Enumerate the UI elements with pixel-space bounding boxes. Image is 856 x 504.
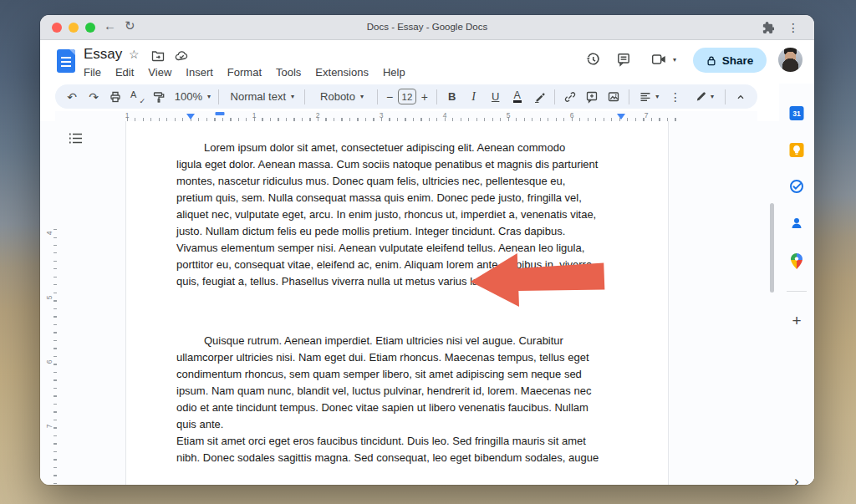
undo-icon[interactable]: ↶ <box>62 87 82 107</box>
browser-menu-kebab-icon[interactable]: ⋮ <box>787 21 799 34</box>
paint-format-icon[interactable] <box>149 87 169 107</box>
tasks-icon[interactable] <box>789 179 804 194</box>
ruler-number: 5 <box>507 111 511 120</box>
version-history-icon[interactable] <box>581 48 604 71</box>
text-line: Etiam sit amet orci eget eros faucibus t… <box>176 433 624 450</box>
pen-icon <box>695 90 707 103</box>
bold-button[interactable]: B <box>442 87 462 107</box>
ruler-number: 7 <box>45 425 54 429</box>
google-side-panel: 31 + › <box>779 84 814 485</box>
ruler-number: 7 <box>645 111 649 120</box>
menu-extensions[interactable]: Extensions <box>315 66 369 79</box>
maps-icon[interactable] <box>791 253 802 269</box>
align-select[interactable]: ▾ <box>634 87 664 107</box>
ruler-number: 5 <box>45 296 54 300</box>
move-folder-icon[interactable] <box>151 50 165 62</box>
zoom-select[interactable]: 100% ▾ <box>171 87 213 107</box>
italic-button[interactable]: I <box>464 87 484 107</box>
redo-icon[interactable]: ↷ <box>84 87 104 107</box>
docs-header: Essay ☆ File Edit View Insert Format Too… <box>40 40 814 84</box>
menu-bar: File Edit View Insert Format Tools Exten… <box>84 66 405 79</box>
text-line: Quisque rutrum. Aenean imperdiet. Etiam … <box>176 333 624 349</box>
ruler-number: 1 <box>252 111 257 120</box>
text-line: quis ante. <box>176 416 624 433</box>
document-outline-icon[interactable] <box>68 131 84 146</box>
more-options-kebab-icon[interactable]: ⋮ <box>665 87 685 107</box>
document-canvas: 4 5 6 7 8 9 Lorem ipsum dolor sit amet, … <box>40 121 814 485</box>
text-line: justo. Nullam dictum felis eu pede molli… <box>176 223 624 240</box>
text-line: ullamcorper ultricies nisi. Nam eget dui… <box>176 349 624 366</box>
red-pointer-arrow <box>470 248 607 313</box>
text-line: aliquet nec, vulputate eget, arcu. In en… <box>176 206 624 223</box>
font-size-input[interactable]: 12 <box>398 89 416 104</box>
menu-edit[interactable]: Edit <box>115 66 134 79</box>
share-button[interactable]: Share <box>693 48 767 73</box>
document-title[interactable]: Essay <box>84 46 122 63</box>
paragraph-2[interactable]: Quisque rutrum. Aenean imperdiet. Etiam … <box>176 333 624 466</box>
ruler-ticks <box>54 229 57 485</box>
text-line: pretium quis, sem. Nulla consequat massa… <box>176 190 624 206</box>
keep-icon[interactable] <box>790 143 804 157</box>
google-docs-logo-icon[interactable] <box>57 49 75 73</box>
insert-image-icon[interactable] <box>604 87 624 107</box>
editing-mode-select[interactable]: ▾ <box>689 87 720 107</box>
window-title: Docs - Essay - Google Docs <box>40 22 814 32</box>
ruler-number: 4 <box>45 232 54 236</box>
add-comment-icon[interactable] <box>582 87 602 107</box>
ruler-number: 3 <box>380 111 384 120</box>
increase-font-size-icon[interactable]: + <box>418 87 431 107</box>
contacts-icon[interactable] <box>790 216 803 230</box>
decrease-font-size-icon[interactable]: − <box>383 87 396 107</box>
first-line-indent-marker[interactable] <box>216 112 225 115</box>
browser-window: ← ↻ Docs - Essay - Google Docs ⋮ Essay ☆… <box>40 15 814 485</box>
extensions-puzzle-icon[interactable] <box>762 21 774 33</box>
text-line: ligula eget dolor. Aenean massa. Cum soc… <box>176 156 624 173</box>
text-line: montes, nascetur ridiculus mus. Donec qu… <box>176 173 624 190</box>
star-icon[interactable]: ☆ <box>129 48 140 61</box>
right-indent-marker[interactable] <box>617 114 625 120</box>
add-addon-button[interactable]: + <box>792 314 801 328</box>
ruler-number: 1 <box>125 111 130 120</box>
text-color-button[interactable]: A <box>507 87 527 107</box>
vertical-scrollbar[interactable] <box>770 203 774 293</box>
collapse-menus-chevron-icon[interactable] <box>731 87 751 107</box>
titlebar: ← ↻ Docs - Essay - Google Docs ⋮ <box>40 15 814 40</box>
text-line: nibh. Donec sodales sagittis magna. Sed … <box>176 450 624 466</box>
left-indent-marker[interactable] <box>186 114 195 120</box>
cloud-saved-icon[interactable] <box>175 50 189 62</box>
font-select[interactable]: Roboto ▾ <box>310 87 372 107</box>
lock-icon <box>706 55 716 66</box>
text-line: Lorem ipsum dolor sit amet, consectetuer… <box>176 140 624 156</box>
text-line: ipsum. Nam quam nunc, blandit vel, luctu… <box>176 383 624 400</box>
insert-link-icon[interactable] <box>560 87 580 107</box>
horizontal-ruler[interactable]: 1 1 2 3 4 5 6 7 <box>55 111 757 121</box>
meet-video-call-icon[interactable] <box>647 48 670 71</box>
menu-tools[interactable]: Tools <box>276 66 301 79</box>
text-line: quis, feugiat a, tellus. Phasellus viver… <box>176 275 507 288</box>
menu-view[interactable]: View <box>148 66 171 79</box>
panel-divider <box>787 291 807 292</box>
vertical-ruler[interactable]: 4 5 6 7 8 9 <box>48 227 57 485</box>
toolbar: ↶ ↷ A ✓ 100% ▾ Normal text ▾ Roboto ▾ − … <box>55 84 757 109</box>
text-line: condimentum rhoncus, sem quam semper lib… <box>176 366 624 383</box>
align-left-icon <box>639 90 652 104</box>
print-icon[interactable] <box>105 87 125 107</box>
comment-history-icon[interactable] <box>612 48 635 71</box>
paragraph-style-select[interactable]: Normal text ▾ <box>224 87 299 107</box>
expand-panel-chevron-icon[interactable]: › <box>794 473 799 485</box>
ruler-number: 6 <box>45 360 54 364</box>
calendar-icon[interactable]: 31 <box>790 106 804 120</box>
menu-help[interactable]: Help <box>383 66 405 79</box>
menu-insert[interactable]: Insert <box>186 66 213 79</box>
text-line: odio et ante tincidunt tempus. Donec vit… <box>176 400 624 416</box>
ruler-number: 2 <box>316 111 320 120</box>
menu-file[interactable]: File <box>84 66 101 79</box>
underline-button[interactable]: U <box>486 87 506 107</box>
menu-format[interactable]: Format <box>227 66 262 79</box>
account-avatar[interactable] <box>778 48 802 72</box>
highlight-color-icon[interactable] <box>529 87 549 107</box>
ruler-number: 4 <box>443 111 447 120</box>
spellcheck-icon[interactable]: A ✓ <box>127 87 147 107</box>
share-label: Share <box>722 54 754 67</box>
video-call-caret-icon[interactable]: ▾ <box>669 48 680 71</box>
